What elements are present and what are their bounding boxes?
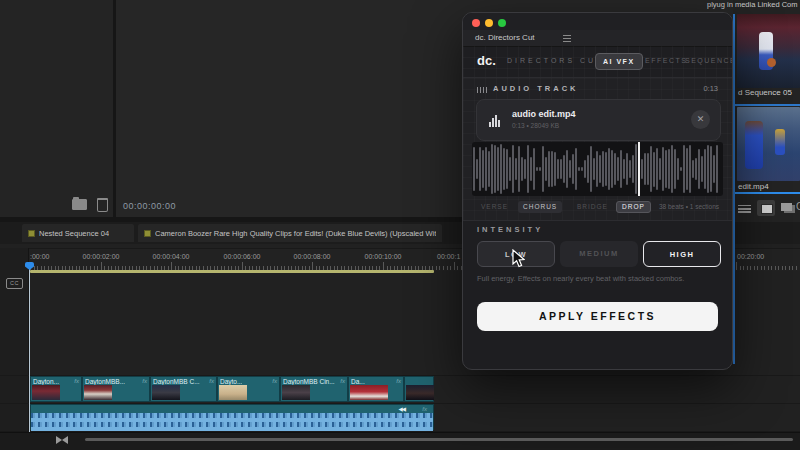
media-header-text: plyug in media Linked Com: [707, 0, 800, 9]
dialog-panel-tab[interactable]: dc. Directors Cut: [463, 30, 732, 47]
panel-menu-icon[interactable]: [563, 35, 571, 42]
clip-label: DaytonMBB Cin...: [283, 378, 335, 385]
playhead-line[interactable]: [29, 262, 30, 432]
video-clip[interactable]: Da... fx: [348, 376, 404, 402]
media-thumbnail-edit-mp4[interactable]: [737, 107, 800, 181]
selection-underline: [733, 192, 800, 194]
song-sections-row: VERSE CHORUS BRIDGE DROP 38 beats • 1 se…: [476, 201, 719, 215]
ruler-label: 00:00:06:00: [224, 253, 261, 260]
directors-cut-dialog: dc. Directors Cut dc. DIRECTORS CUT AI V…: [462, 12, 733, 370]
sequence-tab-cameron-boozer[interactable]: Cameron Boozer Rare High Quality Clips f…: [138, 224, 442, 242]
media-browser-panel: plyug in media Linked Com d Sequence 05 …: [733, 0, 800, 222]
ruler-label: 00:00:08:00: [294, 253, 331, 260]
media-item-label[interactable]: edit.mp4: [738, 182, 769, 191]
ruler-label: 00:00:10:00: [365, 253, 402, 260]
audio-waveform-display[interactable]: [472, 142, 723, 196]
fx-badge-icon: fx: [396, 378, 401, 384]
sequence-tab-label: Nested Sequence 04: [39, 229, 109, 238]
zoom-window-icon[interactable]: [498, 19, 506, 27]
clip-thumbnail: [282, 385, 310, 400]
clip-thumbnail: [152, 385, 180, 400]
timeline-bottom-bar: [0, 432, 800, 450]
intensity-description: Full energy. Effects on nearly every bea…: [477, 274, 684, 283]
sequence-tab-nested-sequence-04[interactable]: Nested Sequence 04: [22, 224, 134, 242]
clip-label: Dayton...: [33, 378, 59, 385]
selection-line: [733, 104, 800, 106]
clip-thumbnail: [219, 385, 247, 400]
thumbnail-view-button[interactable]: [757, 200, 775, 216]
thumbnail-view-icon: [761, 204, 773, 214]
captions-icon[interactable]: CC: [6, 278, 23, 289]
minimize-window-icon[interactable]: [485, 19, 493, 27]
apply-effects-button[interactable]: APPLY EFFECTS: [477, 302, 718, 331]
zoom-handle-icon[interactable]: [56, 436, 68, 444]
filmstrip-view-icon[interactable]: [781, 203, 792, 211]
close-window-icon[interactable]: [472, 19, 480, 27]
section-chip-drop[interactable]: DROP: [616, 201, 651, 213]
waveform-icon: [477, 87, 487, 93]
intensity-title: INTENSITY: [477, 225, 543, 234]
clip-thumbnail: [84, 385, 112, 400]
clip-label: Dayto...: [220, 378, 242, 385]
waveform-channel-right: [31, 422, 433, 431]
remove-file-button[interactable]: ✕: [691, 110, 710, 129]
tab-sequencer[interactable]: SEQUENCER: [685, 53, 733, 68]
dialog-title: dc. Directors Cut: [475, 33, 535, 42]
clip-thumbnail: [350, 385, 388, 400]
video-clip[interactable]: DaytonMBB C... fx: [150, 376, 217, 402]
section-chip-verse[interactable]: VERSE: [476, 201, 513, 213]
work-area-bar[interactable]: [30, 270, 434, 273]
new-folder-icon[interactable]: [72, 199, 87, 210]
intensity-medium-button[interactable]: MEDIUM: [560, 241, 638, 267]
audio-clip-header: ◀◀ fx: [31, 405, 433, 413]
tab-effects[interactable]: EFFECTS: [645, 53, 687, 68]
partial-icon: C: [796, 201, 800, 212]
video-clip[interactable]: Dayton... fx: [30, 376, 82, 402]
fx-badge-icon: fx: [422, 406, 427, 412]
video-clip[interactable]: DaytonMBB Cin... fx: [280, 376, 348, 402]
dc-logo: dc.: [477, 53, 496, 68]
section-chip-chorus[interactable]: CHORUS: [518, 201, 562, 213]
sequence-icon: [144, 230, 151, 237]
dialog-header: dc. DIRECTORS CUT AI VFX EFFECTS SEQUENC…: [463, 46, 732, 77]
project-panel: [0, 0, 113, 217]
panel-focus-border: [733, 14, 735, 364]
monitor-timecode[interactable]: 00:00:00:00: [123, 201, 176, 211]
media-toolbar: C: [733, 196, 800, 220]
track-header-column: CC: [0, 248, 29, 432]
fx-badge-icon: fx: [272, 378, 277, 384]
list-view-icon[interactable]: [738, 205, 751, 213]
fx-badge-icon: fx: [209, 378, 214, 384]
brand-label: DIRECTORS CUT: [507, 57, 603, 64]
video-clip[interactable]: DaytonMBB... fx: [82, 376, 150, 402]
speaker-icon: ◀◀: [399, 406, 405, 412]
sequence-tab-label: Cameron Boozer Rare High Quality Clips f…: [155, 229, 436, 238]
app-screen: 00:00:00:00 Nested Sequence 04 Cameron B…: [0, 0, 800, 450]
clip-label: Da...: [351, 378, 365, 385]
dialog-titlebar[interactable]: [463, 13, 732, 30]
sequence-icon: [28, 230, 35, 237]
horizontal-scrollbar[interactable]: [85, 438, 793, 441]
video-clip[interactable]: [404, 376, 434, 402]
ruler-label: 00:00:02:00: [83, 253, 120, 260]
ruler-label: 00:00:1: [437, 253, 460, 260]
fx-badge-icon: fx: [74, 378, 79, 384]
waveform-playhead[interactable]: [638, 142, 640, 196]
video-clip[interactable]: Dayto... fx: [217, 376, 280, 402]
media-item-label[interactable]: d Sequence 05: [738, 88, 792, 97]
audio-track-title: AUDIO TRACK: [493, 84, 579, 93]
audio-duration: 0:13: [703, 84, 718, 93]
audio-track-section: AUDIO TRACK 0:13 audio edit.mp4 0:13 • 2…: [463, 77, 732, 221]
tab-ai-vfx[interactable]: AI VFX: [595, 53, 643, 70]
media-thumbnail-sequence-05[interactable]: [737, 14, 800, 88]
section-chip-bridge[interactable]: BRIDGE: [572, 201, 613, 213]
audio-file-name: audio edit.mp4: [512, 109, 576, 119]
fx-badge-icon: fx: [142, 378, 147, 384]
clip-label: DaytonMBB...: [85, 378, 125, 385]
clip-thumbnail: [32, 385, 60, 400]
trash-icon[interactable]: [97, 198, 108, 212]
audio-file-meta: 0:13 • 28049 KB: [512, 122, 559, 129]
intensity-high-button[interactable]: HIGH: [643, 241, 721, 267]
beats-info: 38 beats • 1 sections: [659, 203, 719, 210]
audio-clip[interactable]: ◀◀ fx: [30, 404, 434, 430]
